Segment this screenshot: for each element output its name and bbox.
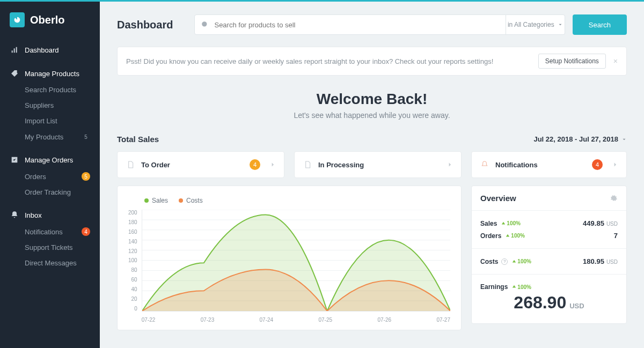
earnings-value: 268.90USD	[480, 293, 618, 317]
date-range-picker[interactable]: Jul 22, 2018 - Jul 27, 2018	[533, 135, 627, 143]
to-order-label: To Order	[141, 161, 170, 169]
dashboard-icon	[10, 45, 19, 55]
notice-banner: Psst! Did you know you can receive daily…	[117, 47, 627, 76]
total-sales-header: Total Sales Jul 22, 2018 - Jul 27, 2018	[117, 135, 627, 144]
brand[interactable]: Oberlo	[0, 9, 100, 38]
in-processing-label: In Processing	[318, 161, 364, 169]
legend-costs: Costs	[179, 197, 203, 204]
sidebar-item-label: Dashboard	[25, 46, 59, 54]
notice-text: Psst! Did you know you can receive daily…	[126, 57, 538, 65]
bell-icon	[10, 210, 19, 220]
gear-icon[interactable]	[610, 195, 618, 202]
close-icon[interactable]: ×	[613, 57, 618, 65]
sidebar-item-direct-messages[interactable]: Direct Messages	[0, 255, 100, 271]
tag-icon	[10, 69, 19, 78]
checkbox-icon	[10, 155, 19, 165]
my-products-count-badge: 5	[82, 132, 90, 141]
overview-title: Overview	[480, 194, 516, 203]
welcome-block: Welcome Back! Let's see what happened wh…	[117, 91, 627, 120]
sidebar-item-manage-orders[interactable]: Manage Orders	[0, 151, 100, 168]
help-icon[interactable]: ?	[501, 258, 508, 265]
dot-icon	[179, 198, 183, 203]
overview-costs-row: Costs ? 100% 180.95USD	[480, 255, 618, 268]
sidebar-item-suppliers[interactable]: Suppliers	[0, 98, 100, 113]
sidebar-item-label: Suppliers	[25, 101, 54, 109]
document-icon	[126, 160, 135, 169]
trend-up-icon: 100%	[501, 220, 521, 226]
to-order-badge: 4	[250, 159, 260, 170]
header: Dashboard in All Categories Search	[117, 14, 627, 35]
search-button[interactable]: Search	[573, 14, 627, 35]
search-input[interactable]	[214, 21, 499, 29]
chart-plot	[142, 210, 450, 312]
sidebar-item-label: My Products	[25, 133, 63, 141]
oberlo-logo-icon	[10, 12, 25, 27]
chart-x-axis: 07-2207-2307-2407-2507-2607-27	[142, 314, 450, 323]
arrow-right-icon	[268, 161, 275, 168]
sidebar-item-label: Inbox	[25, 211, 42, 219]
chart-legend: Sales Costs	[144, 197, 450, 204]
chart-y-axis: 200180160140120100806040200	[128, 210, 142, 312]
sidebar-item-orders[interactable]: Orders 5	[0, 168, 100, 184]
sidebar-item-search-products[interactable]: Search Products	[0, 82, 100, 98]
arrow-right-icon	[610, 161, 618, 168]
overview-earnings-row: Earnings 100%	[480, 281, 618, 293]
trend-up-icon: 100%	[512, 284, 531, 290]
main-content: Dashboard in All Categories Search Psst!…	[100, 2, 644, 348]
sidebar-item-label: Orders	[25, 173, 46, 181]
sidebar-item-import-list[interactable]: Import List	[0, 113, 100, 129]
sidebar-item-manage-products[interactable]: Manage Products	[0, 65, 100, 82]
sidebar-item-label: Import List	[25, 117, 57, 125]
document-icon	[303, 160, 312, 169]
notifications-count-badge: 4	[82, 227, 90, 236]
chevron-down-icon	[621, 137, 627, 142]
welcome-title: Welcome Back!	[117, 91, 627, 108]
overview-card: Overview Sales 100% 449.85USD Orders 100…	[471, 186, 627, 324]
in-processing-card[interactable]: In Processing	[294, 151, 462, 178]
setup-notifications-button[interactable]: Setup Notifications	[538, 54, 606, 69]
sidebar-item-label: Notifications	[25, 228, 63, 236]
notifications-label: Notifications	[495, 161, 538, 169]
welcome-subtitle: Let's see what happened while you were a…	[117, 111, 627, 120]
search-input-wrap[interactable]	[194, 14, 506, 35]
sidebar-item-support-tickets[interactable]: Support Tickets	[0, 240, 100, 255]
dot-icon	[144, 198, 149, 203]
chevron-down-icon	[558, 22, 563, 27]
overview-orders-row: Orders 100% 7	[480, 229, 618, 242]
sidebar-item-order-tracking[interactable]: Order Tracking	[0, 184, 100, 200]
total-sales-title: Total Sales	[117, 135, 159, 144]
sidebar: Oberlo Dashboard Manage Products Search …	[0, 2, 100, 348]
trend-up-icon: 100%	[506, 233, 525, 239]
sidebar-item-label: Manage Products	[25, 70, 79, 78]
notifications-badge: 4	[592, 159, 603, 170]
arrow-right-icon	[445, 161, 452, 168]
category-label: in All Categories	[508, 21, 554, 28]
bell-icon	[480, 160, 489, 169]
category-dropdown[interactable]: in All Categories	[506, 14, 565, 35]
search-bar: in All Categories Search	[194, 14, 627, 35]
sidebar-item-label: Search Products	[25, 86, 76, 94]
overview-sales-row: Sales 100% 449.85USD	[480, 217, 618, 229]
brand-name: Oberlo	[30, 14, 64, 26]
orders-count-badge: 5	[82, 172, 90, 181]
notifications-card[interactable]: Notifications 4	[471, 151, 627, 178]
sidebar-item-my-products[interactable]: My Products 5	[0, 129, 100, 145]
sidebar-item-label: Manage Orders	[25, 156, 73, 164]
sales-chart-card: Sales Costs 200180160140120100806040200 …	[117, 186, 462, 330]
search-icon	[201, 21, 209, 28]
sidebar-item-label: Direct Messages	[25, 259, 77, 267]
sidebar-item-notifications[interactable]: Notifications 4	[0, 224, 100, 240]
sidebar-item-label: Order Tracking	[25, 188, 71, 196]
date-range-label: Jul 22, 2018 - Jul 27, 2018	[533, 135, 618, 143]
sidebar-item-inbox[interactable]: Inbox	[0, 206, 100, 224]
page-title: Dashboard	[117, 19, 173, 31]
legend-sales: Sales	[144, 197, 168, 204]
to-order-card[interactable]: To Order 4	[117, 151, 284, 178]
sidebar-item-dashboard[interactable]: Dashboard	[0, 41, 100, 58]
sidebar-item-label: Support Tickets	[25, 243, 73, 251]
trend-up-icon: 100%	[512, 258, 531, 264]
